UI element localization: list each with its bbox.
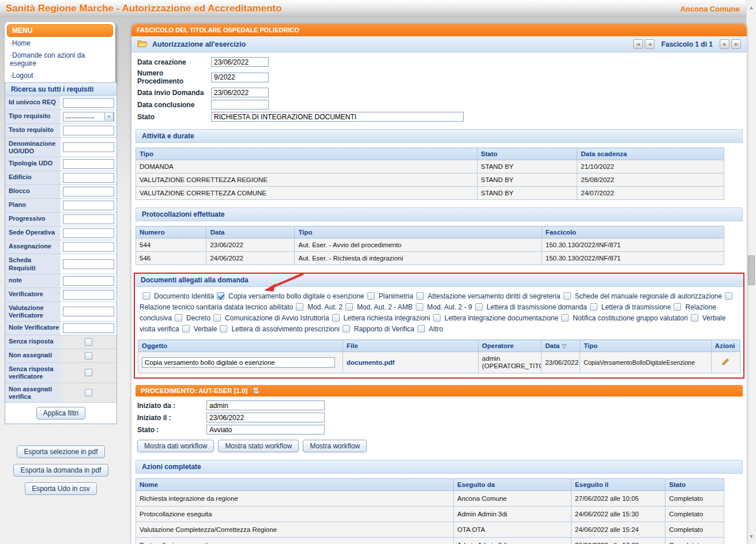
filter-field-input[interactable]: [63, 228, 114, 238]
filter-field-input[interactable]: [63, 187, 114, 197]
document-type-checkbox[interactable]: [561, 314, 569, 322]
column-header[interactable]: Data▽: [541, 340, 580, 352]
column-header[interactable]: Eseguito il: [571, 479, 665, 491]
filter-field-input[interactable]: [63, 307, 114, 316]
form-field-input[interactable]: [211, 73, 269, 82]
apply-filters-button[interactable]: Applica filtri: [36, 407, 85, 420]
filter-field-input[interactable]: [63, 173, 114, 183]
document-type-checkbox[interactable]: [367, 292, 375, 300]
filter-field-input[interactable]: [63, 276, 114, 286]
document-type-checkbox[interactable]: [674, 303, 681, 311]
column-header[interactable]: Operatore: [478, 340, 541, 352]
column-header[interactable]: Tipo: [580, 340, 712, 352]
filter-field-row: Sede Operativa ▼: [5, 226, 116, 240]
document-type-checkbox[interactable]: [590, 303, 597, 311]
column-header[interactable]: Azioni: [711, 340, 740, 352]
export-button[interactable]: Esporta Udo in csv: [25, 482, 97, 495]
document-type-checkbox[interactable]: [343, 325, 350, 333]
filter-field-input[interactable]: [63, 98, 114, 108]
column-header[interactable]: Data: [206, 226, 295, 239]
last-page-icon[interactable]: ▶|: [731, 39, 741, 49]
document-type-checkbox[interactable]: [213, 314, 221, 322]
filter-field-input[interactable]: [63, 201, 114, 210]
column-header[interactable]: Tipo: [295, 226, 542, 239]
fascicolo-panel: FASCICOLO DEL TITOLARE OSPEDALE POLIEDRI…: [131, 24, 747, 544]
prev-page-icon[interactable]: ◀: [645, 39, 655, 49]
document-type-checkbox[interactable]: [182, 325, 190, 333]
column-header[interactable]: Fascicolo: [542, 226, 724, 239]
first-page-icon[interactable]: |◀: [633, 39, 643, 49]
scroll-down-icon[interactable]: ▼: [747, 532, 756, 541]
filter-field-input[interactable]: [63, 159, 114, 169]
document-type-checkbox[interactable]: [416, 292, 424, 300]
document-type-checkbox[interactable]: [475, 303, 483, 311]
workflow-button[interactable]: Mostra workflow: [303, 440, 367, 452]
form-field-input[interactable]: [206, 401, 325, 410]
vertical-scrollbar[interactable]: ▲ ▼: [746, 0, 756, 544]
filter-checkbox[interactable]: [85, 389, 92, 396]
workflow-button[interactable]: Mostra stato workflow: [218, 440, 299, 452]
filter-field-row: Note Verificatore ▼: [5, 322, 116, 335]
form-field-input[interactable]: [211, 112, 464, 122]
column-header[interactable]: Stato: [665, 479, 724, 491]
scroll-up-icon[interactable]: ▲: [747, 3, 756, 12]
form-field-input[interactable]: [211, 88, 269, 97]
document-type-checkbox[interactable]: [142, 292, 150, 300]
filter-field-input[interactable]: [63, 323, 114, 333]
section-title: Protocollazioni effettuate: [136, 207, 743, 221]
fascicolo-form: Data creazione Numero Procedimento Data …: [131, 52, 747, 122]
document-type-checkbox[interactable]: [345, 303, 353, 311]
export-buttons: Esporta selezione in pdf Esporta la doma…: [5, 445, 117, 495]
form-field-input[interactable]: [206, 413, 325, 422]
document-type-checkbox[interactable]: [416, 303, 423, 311]
filter-field-input[interactable]: [63, 126, 114, 135]
column-header[interactable]: Stato: [477, 148, 577, 160]
filter-field-row: Verificatore ▼: [5, 288, 116, 302]
filter-checkbox[interactable]: [85, 369, 92, 376]
column-header[interactable]: Oggetto: [138, 340, 343, 352]
refresh-icon[interactable]: ⇅: [253, 387, 259, 395]
filter-field-label: Scheda Requisiti: [5, 254, 61, 273]
form-field-input[interactable]: [211, 100, 269, 109]
document-subject-input[interactable]: [142, 357, 335, 368]
menu-item[interactable]: ·Domande con azioni da eseguire: [7, 49, 113, 69]
document-type-label: Lettera integrazione documentazione: [445, 314, 558, 322]
document-type-checkbox[interactable]: [217, 292, 224, 300]
filter-field-input[interactable]: [63, 214, 114, 224]
filter-field-input[interactable]: [63, 142, 114, 152]
scrollbar-thumb[interactable]: [748, 255, 755, 285]
form-field-input[interactable]: [206, 425, 325, 435]
column-header[interactable]: Data scadenza: [577, 148, 724, 160]
document-type-checkbox[interactable]: [296, 303, 303, 311]
menu-item[interactable]: ·Logout: [7, 69, 113, 81]
document-type-checkbox[interactable]: [725, 292, 732, 300]
filter-field-input[interactable]: [63, 259, 114, 269]
document-type-checkbox[interactable]: [332, 314, 340, 322]
document-type-checkbox[interactable]: [563, 292, 571, 300]
column-header[interactable]: Eseguito da: [454, 479, 571, 491]
form-field-input[interactable]: [211, 57, 269, 67]
document-type-checkbox[interactable]: [175, 314, 182, 322]
filter-field-input[interactable]: [63, 290, 114, 300]
edit-pencil-icon[interactable]: [721, 360, 729, 367]
column-header[interactable]: Tipo: [136, 148, 477, 160]
sort-descending-icon[interactable]: ▽: [562, 343, 566, 349]
filter-field-input[interactable]: [63, 242, 114, 252]
next-page-icon[interactable]: ▶: [720, 39, 729, 49]
document-type-checkbox[interactable]: [433, 314, 441, 322]
dropdown-arrow-icon[interactable]: ▼: [104, 112, 114, 122]
document-type-checkbox[interactable]: [220, 325, 227, 333]
workflow-button[interactable]: Mostra dati workflow: [137, 440, 214, 452]
column-header[interactable]: Numero: [136, 226, 206, 239]
column-header[interactable]: File: [343, 340, 478, 352]
folder-icon: [137, 39, 148, 50]
document-type-checkbox[interactable]: [418, 325, 425, 333]
menu-item[interactable]: ·Home: [7, 37, 113, 49]
filter-checkbox[interactable]: [85, 352, 92, 360]
column-header[interactable]: Nome: [136, 479, 454, 491]
export-button[interactable]: Esporta selezione in pdf: [17, 445, 104, 458]
export-button[interactable]: Esporta la domanda in pdf: [13, 464, 108, 477]
filter-checkbox[interactable]: [85, 338, 92, 346]
document-file-link[interactable]: documento.pdf: [347, 359, 394, 366]
document-type-checkbox[interactable]: [691, 314, 698, 322]
